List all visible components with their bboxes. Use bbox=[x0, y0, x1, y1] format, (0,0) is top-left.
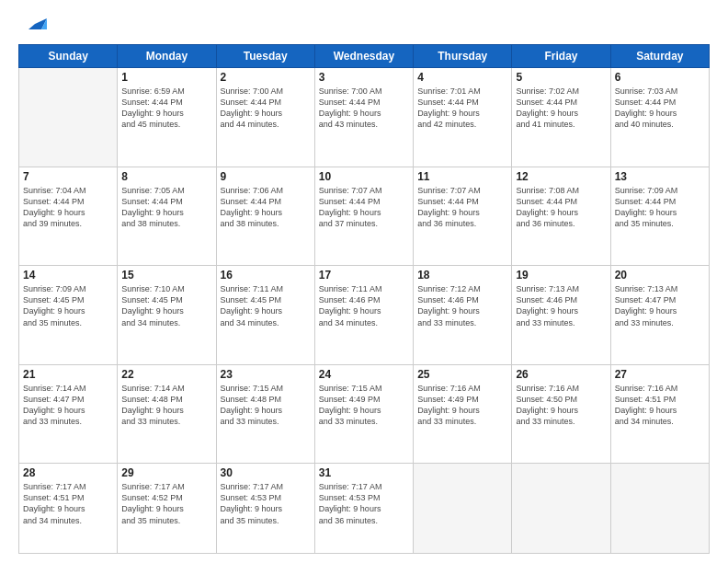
daylight-text-1: Daylight: 9 hours bbox=[221, 306, 283, 316]
daylight-text-1: Daylight: 9 hours bbox=[615, 109, 677, 118]
calendar-week-row: 21Sunrise: 7:14 AMSunset: 4:47 PMDayligh… bbox=[19, 364, 710, 464]
calendar-cell: 7Sunrise: 7:04 AMSunset: 4:44 PMDaylight… bbox=[19, 167, 118, 266]
calendar-cell: 14Sunrise: 7:09 AMSunset: 4:45 PMDayligh… bbox=[19, 266, 118, 365]
sunset-text: Sunset: 4:44 PM bbox=[615, 98, 677, 107]
daylight-text-2: and 33 minutes. bbox=[516, 417, 574, 426]
day-info: Sunrise: 7:13 AMSunset: 4:47 PMDaylight:… bbox=[615, 283, 705, 328]
calendar-header-thursday: Thursday bbox=[414, 45, 512, 68]
daylight-text-1: Daylight: 9 hours bbox=[615, 208, 677, 217]
daylight-text-1: Daylight: 9 hours bbox=[417, 306, 480, 316]
sunset-text: Sunset: 4:44 PM bbox=[23, 197, 85, 206]
day-number: 14 bbox=[23, 269, 113, 282]
calendar-header-row: SundayMondayTuesdayWednesdayThursdayFrid… bbox=[19, 45, 710, 68]
calendar-cell: 16Sunrise: 7:11 AMSunset: 4:45 PMDayligh… bbox=[216, 266, 314, 365]
day-info: Sunrise: 7:05 AMSunset: 4:44 PMDaylight:… bbox=[121, 185, 211, 230]
sunset-text: Sunset: 4:49 PM bbox=[319, 395, 381, 404]
sunrise-text: Sunrise: 7:00 AM bbox=[221, 86, 284, 96]
calendar-cell: 5Sunrise: 7:02 AMSunset: 4:44 PMDaylight… bbox=[512, 68, 610, 167]
daylight-text-1: Daylight: 9 hours bbox=[615, 406, 677, 415]
day-info: Sunrise: 7:02 AMSunset: 4:44 PMDaylight:… bbox=[516, 86, 606, 131]
daylight-text-2: and 33 minutes. bbox=[417, 318, 476, 327]
day-number: 20 bbox=[615, 269, 705, 282]
day-info: Sunrise: 7:14 AMSunset: 4:47 PMDaylight:… bbox=[23, 383, 113, 428]
day-info: Sunrise: 7:09 AMSunset: 4:44 PMDaylight:… bbox=[615, 185, 705, 230]
sunrise-text: Sunrise: 7:15 AM bbox=[319, 384, 382, 393]
day-info: Sunrise: 7:15 AMSunset: 4:48 PMDaylight:… bbox=[221, 383, 311, 428]
day-info: Sunrise: 7:16 AMSunset: 4:49 PMDaylight:… bbox=[417, 383, 507, 428]
daylight-text-2: and 38 minutes. bbox=[221, 219, 279, 228]
daylight-text-1: Daylight: 9 hours bbox=[417, 109, 480, 118]
sunrise-text: Sunrise: 7:17 AM bbox=[221, 482, 284, 491]
sunrise-text: Sunrise: 7:09 AM bbox=[23, 284, 86, 293]
daylight-text-1: Daylight: 9 hours bbox=[121, 504, 184, 513]
daylight-text-1: Daylight: 9 hours bbox=[121, 208, 184, 217]
daylight-text-2: and 35 minutes. bbox=[221, 516, 279, 525]
page: SundayMondayTuesdayWednesdayThursdayFrid… bbox=[0, 0, 728, 563]
daylight-text-1: Daylight: 9 hours bbox=[23, 406, 85, 415]
daylight-text-1: Daylight: 9 hours bbox=[516, 208, 578, 217]
calendar-cell bbox=[512, 464, 610, 554]
daylight-text-2: and 34 minutes. bbox=[319, 318, 378, 327]
calendar-cell bbox=[414, 464, 512, 554]
calendar-cell: 23Sunrise: 7:15 AMSunset: 4:48 PMDayligh… bbox=[216, 364, 314, 464]
sunrise-text: Sunrise: 7:01 AM bbox=[417, 86, 481, 96]
calendar-cell: 17Sunrise: 7:11 AMSunset: 4:46 PMDayligh… bbox=[314, 266, 413, 365]
sunrise-text: Sunrise: 7:02 AM bbox=[516, 86, 579, 96]
sunrise-text: Sunrise: 7:13 AM bbox=[615, 284, 678, 293]
calendar-cell bbox=[19, 68, 118, 167]
daylight-text-1: Daylight: 9 hours bbox=[121, 109, 184, 118]
calendar-week-row: 1Sunrise: 6:59 AMSunset: 4:44 PMDaylight… bbox=[19, 68, 710, 167]
day-number: 15 bbox=[121, 269, 211, 282]
calendar-cell: 13Sunrise: 7:09 AMSunset: 4:44 PMDayligh… bbox=[610, 167, 709, 266]
sunrise-text: Sunrise: 7:16 AM bbox=[516, 384, 579, 393]
logo bbox=[18, 17, 49, 37]
day-info: Sunrise: 7:00 AMSunset: 4:44 PMDaylight:… bbox=[319, 86, 409, 131]
day-info: Sunrise: 7:07 AMSunset: 4:44 PMDaylight:… bbox=[417, 185, 507, 230]
day-info: Sunrise: 7:17 AMSunset: 4:52 PMDaylight:… bbox=[121, 481, 211, 526]
day-number: 29 bbox=[121, 466, 211, 479]
sunset-text: Sunset: 4:46 PM bbox=[516, 295, 577, 304]
daylight-text-1: Daylight: 9 hours bbox=[319, 406, 381, 415]
header bbox=[18, 17, 710, 37]
day-number: 9 bbox=[221, 170, 311, 183]
calendar-week-row: 7Sunrise: 7:04 AMSunset: 4:44 PMDaylight… bbox=[19, 167, 710, 266]
calendar-header-friday: Friday bbox=[512, 45, 610, 68]
calendar-cell: 20Sunrise: 7:13 AMSunset: 4:47 PMDayligh… bbox=[610, 266, 709, 365]
calendar-cell: 24Sunrise: 7:15 AMSunset: 4:49 PMDayligh… bbox=[314, 364, 413, 464]
sunrise-text: Sunrise: 7:17 AM bbox=[121, 482, 185, 491]
sunset-text: Sunset: 4:51 PM bbox=[23, 493, 85, 502]
calendar-cell bbox=[610, 464, 709, 554]
sunrise-text: Sunrise: 6:59 AM bbox=[121, 86, 185, 96]
sunset-text: Sunset: 4:44 PM bbox=[221, 197, 282, 206]
day-number: 3 bbox=[319, 71, 409, 84]
day-info: Sunrise: 7:11 AMSunset: 4:45 PMDaylight:… bbox=[221, 283, 311, 328]
sunset-text: Sunset: 4:51 PM bbox=[615, 395, 677, 404]
day-number: 19 bbox=[516, 269, 606, 282]
day-number: 16 bbox=[221, 269, 311, 282]
sunset-text: Sunset: 4:53 PM bbox=[221, 493, 282, 502]
sunrise-text: Sunrise: 7:10 AM bbox=[121, 284, 185, 293]
sunrise-text: Sunrise: 7:06 AM bbox=[221, 186, 284, 195]
sunset-text: Sunset: 4:44 PM bbox=[516, 197, 577, 206]
calendar-cell: 19Sunrise: 7:13 AMSunset: 4:46 PMDayligh… bbox=[512, 266, 610, 365]
calendar-header-monday: Monday bbox=[118, 45, 216, 68]
day-info: Sunrise: 7:16 AMSunset: 4:51 PMDaylight:… bbox=[615, 383, 705, 428]
calendar-header-wednesday: Wednesday bbox=[314, 45, 413, 68]
calendar-header-sunday: Sunday bbox=[19, 45, 118, 68]
day-info: Sunrise: 7:06 AMSunset: 4:44 PMDaylight:… bbox=[221, 185, 311, 230]
day-info: Sunrise: 7:17 AMSunset: 4:53 PMDaylight:… bbox=[319, 481, 409, 526]
daylight-text-1: Daylight: 9 hours bbox=[516, 406, 578, 415]
day-number: 11 bbox=[417, 170, 507, 183]
day-number: 4 bbox=[417, 71, 507, 84]
sunset-text: Sunset: 4:44 PM bbox=[615, 197, 677, 206]
sunset-text: Sunset: 4:49 PM bbox=[417, 395, 479, 404]
daylight-text-2: and 45 minutes. bbox=[121, 120, 180, 129]
daylight-text-2: and 36 minutes. bbox=[417, 219, 476, 228]
day-number: 5 bbox=[516, 71, 606, 84]
day-info: Sunrise: 7:07 AMSunset: 4:44 PMDaylight:… bbox=[319, 185, 409, 230]
daylight-text-1: Daylight: 9 hours bbox=[516, 109, 578, 118]
daylight-text-2: and 40 minutes. bbox=[615, 120, 674, 129]
daylight-text-1: Daylight: 9 hours bbox=[319, 109, 381, 118]
daylight-text-1: Daylight: 9 hours bbox=[121, 306, 184, 316]
daylight-text-2: and 44 minutes. bbox=[221, 120, 279, 129]
